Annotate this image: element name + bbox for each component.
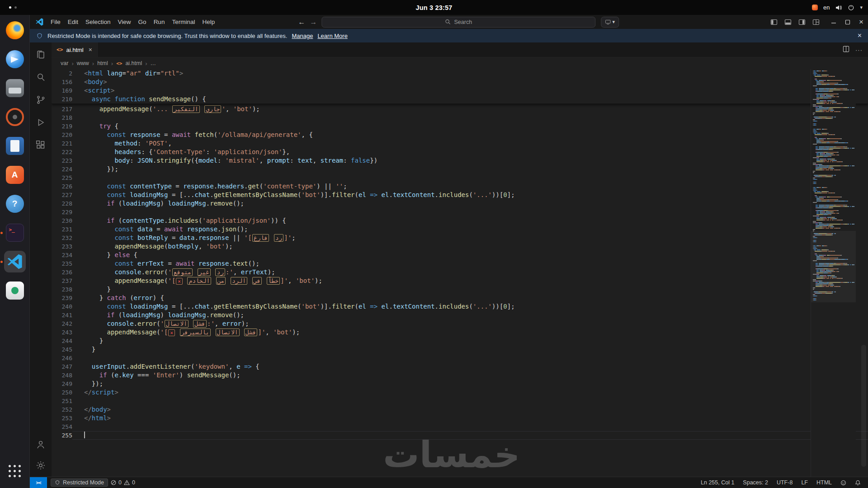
feedback-icon[interactable]: [838, 480, 849, 486]
code-line-237[interactable]: 237 appendMessage('[✕ الخادم من الرد في …: [52, 277, 868, 285]
dock-show-apps-button[interactable]: [4, 460, 26, 482]
remote-indicator[interactable]: ><: [30, 477, 47, 488]
status-encoding[interactable]: UTF-8: [774, 479, 795, 486]
code-line-219[interactable]: 219 try {: [52, 122, 868, 131]
nav-forward-icon[interactable]: →: [310, 18, 317, 26]
menu-file[interactable]: File: [47, 17, 64, 27]
code-line-229[interactable]: 229: [52, 208, 868, 216]
code-line-240[interactable]: 240 const loadingMsg = [...chat.getEleme…: [52, 302, 868, 311]
dock-vscode[interactable]: [4, 251, 26, 272]
editor[interactable]: 2<html lang="ar" dir="rtl">156<body>169<…: [52, 69, 868, 477]
banner-manage-link[interactable]: Manage: [292, 33, 313, 39]
code-line-231[interactable]: 231 const data = await response.json();: [52, 225, 868, 234]
dock-files-app[interactable]: [4, 77, 26, 99]
minimap[interactable]: [811, 69, 856, 477]
code-line-239[interactable]: 239 } catch (error) {: [52, 294, 868, 302]
status-restricted-mode[interactable]: Restricted Mode: [51, 479, 108, 487]
run-debug-icon[interactable]: [35, 117, 47, 128]
dock-chat-app[interactable]: [4, 48, 26, 70]
split-editor-icon[interactable]: [843, 46, 849, 54]
code-lines[interactable]: 217 appendMessage('... التفكير جاري', 'b…: [52, 105, 868, 440]
code-line-156[interactable]: 156<body>: [52, 78, 868, 86]
minimize-button[interactable]: [831, 19, 836, 25]
code-line-248[interactable]: 248 if (e.key === 'Enter') sendMessage()…: [52, 371, 868, 380]
dock-terminal[interactable]: >_: [4, 222, 26, 244]
dock-settings-app[interactable]: [4, 280, 26, 301]
toggle-secondary-sidebar-icon[interactable]: [798, 19, 806, 26]
nav-back-icon[interactable]: ←: [298, 18, 305, 26]
status-language-mode[interactable]: HTML: [814, 479, 835, 486]
code-line-249[interactable]: 249 });: [52, 380, 868, 388]
sticky-scroll[interactable]: 2<html lang="ar" dir="rtl">156<body>169<…: [52, 69, 868, 104]
menu-view[interactable]: View: [114, 17, 135, 27]
scrollbar[interactable]: [856, 69, 868, 477]
breadcrumb-item-4[interactable]: …: [151, 60, 156, 66]
vscode-logo-icon[interactable]: [36, 18, 43, 26]
code-line-220[interactable]: 220 const response = await fetch('/ollam…: [52, 131, 868, 139]
menu-run[interactable]: Run: [150, 17, 169, 27]
workspace-indicator[interactable]: [9, 0, 17, 15]
code-line-243[interactable]: 243 appendMessage('[✕ بالسيرفر الاتصال ف…: [52, 328, 868, 337]
status-problems[interactable]: 0 0: [108, 479, 138, 486]
code-line-244[interactable]: 244 }: [52, 337, 868, 345]
dock-firefox[interactable]: [4, 19, 26, 41]
code-line-238[interactable]: 238 }: [52, 285, 868, 294]
account-icon[interactable]: [35, 439, 47, 450]
code-line-224[interactable]: 224 });: [52, 165, 868, 174]
code-line-251[interactable]: 251: [52, 397, 868, 405]
status-indentation[interactable]: Spaces: 2: [740, 479, 771, 486]
code-line-230[interactable]: 230 if (contentType.includes('applicatio…: [52, 216, 868, 225]
tab-ai-html[interactable]: <> ai.html ×: [52, 42, 98, 57]
code-line-236[interactable]: 236 console.error('متوقع غير رد:', errTe…: [52, 268, 868, 277]
dock-office-app[interactable]: [4, 135, 26, 157]
code-line-210[interactable]: 210 async function sendMessage() {: [52, 95, 868, 103]
code-line-221[interactable]: 221 method: 'POST',: [52, 139, 868, 148]
code-line-225[interactable]: 225: [52, 174, 868, 182]
source-control-icon[interactable]: [35, 94, 47, 106]
breadcrumb-item-3[interactable]: ai.html: [125, 60, 142, 66]
code-line-234[interactable]: 234 } else {: [52, 251, 868, 259]
code-line-217[interactable]: 217 appendMessage('... التفكير جاري', 'b…: [52, 105, 868, 113]
minimap-slider[interactable]: [811, 231, 856, 302]
menu-help[interactable]: Help: [198, 17, 218, 27]
search-icon[interactable]: [35, 71, 47, 83]
banner-learn-more-link[interactable]: Learn More: [317, 33, 347, 39]
search-scope-button[interactable]: ▾: [601, 17, 619, 28]
menu-selection[interactable]: Selection: [82, 17, 114, 27]
code-line-252[interactable]: 252</body>: [52, 405, 868, 414]
breadcrumb-item-1[interactable]: www: [77, 60, 89, 66]
banner-close-icon[interactable]: ×: [858, 32, 862, 40]
code-line-227[interactable]: 227 const loadingMsg = [...chat.getEleme…: [52, 191, 868, 199]
code-line-169[interactable]: 169<script>: [52, 86, 868, 95]
breadcrumb-item-0[interactable]: var: [61, 60, 68, 66]
tab-close-icon[interactable]: ×: [89, 46, 92, 53]
extensions-icon[interactable]: [35, 139, 47, 151]
code-line-247[interactable]: 247 userInput.addEventListener('keydown'…: [52, 362, 868, 371]
toggle-panel-icon[interactable]: [784, 19, 792, 26]
menu-terminal[interactable]: Terminal: [168, 17, 198, 27]
code-line-254[interactable]: 254: [52, 422, 868, 431]
system-tray[interactable]: en ▾: [812, 0, 863, 15]
dock-media-player[interactable]: [4, 106, 26, 128]
code-line-250[interactable]: 250</script>: [52, 388, 868, 397]
code-line-242[interactable]: 242 console.error('الاتصال فشل:', error)…: [52, 319, 868, 328]
close-window-button[interactable]: ×: [859, 18, 863, 26]
scrollbar-thumb[interactable]: [861, 345, 866, 467]
tray-indicator-icon[interactable]: [812, 5, 818, 10]
code-line-235[interactable]: 235 const errText = await response.text(…: [52, 259, 868, 268]
status-eol[interactable]: LF: [798, 479, 811, 486]
settings-gear-icon[interactable]: [35, 460, 47, 471]
code-line-241[interactable]: 241 if (loadingMsg) loadingMsg.remove();: [52, 311, 868, 319]
code-line-226[interactable]: 226 const contentType = response.headers…: [52, 182, 868, 191]
breadcrumb-item-2[interactable]: html: [97, 60, 108, 66]
customize-layout-icon[interactable]: [812, 19, 820, 26]
code-line-245[interactable]: 245 }: [52, 345, 868, 354]
toggle-sidebar-icon[interactable]: [770, 19, 778, 26]
keyboard-layout[interactable]: en: [823, 4, 830, 11]
code-line-246[interactable]: 246: [52, 354, 868, 362]
menu-edit[interactable]: Edit: [64, 17, 82, 27]
command-center-search[interactable]: Search: [321, 17, 595, 28]
code-line-2[interactable]: 2<html lang="ar" dir="rtl">: [52, 69, 868, 78]
code-line-253[interactable]: 253</html>: [52, 414, 868, 422]
code-line-228[interactable]: 228 if (loadingMsg) loadingMsg.remove();: [52, 199, 868, 208]
